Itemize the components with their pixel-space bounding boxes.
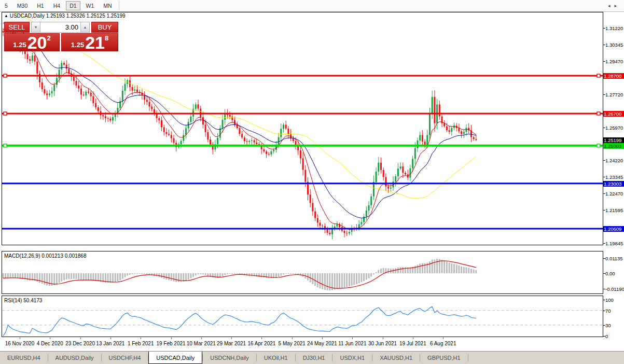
price-tick-label: 1.23345 bbox=[605, 174, 623, 180]
sell-price-base: 1.25 bbox=[13, 41, 26, 49]
chart-title: ▲ USDCAD,Daily 1.25193 1.25326 1.25125 1… bbox=[4, 13, 126, 19]
date-tick-mark bbox=[80, 338, 81, 339]
rsi-tick-label: 0 bbox=[605, 333, 608, 339]
sell-price-quote[interactable]: 1.25 20 2 bbox=[4, 33, 60, 51]
price-tick-label: 1.19845 bbox=[605, 241, 623, 246]
date-label: 30 Jun 2021 bbox=[368, 341, 397, 346]
date-label: 24 May 2021 bbox=[307, 341, 337, 346]
price-tick-label: 1.27720 bbox=[605, 92, 623, 97]
tab-scroll-left-icon[interactable]: ◂ bbox=[608, 3, 615, 8]
timeframe-button-mn[interactable]: MN bbox=[100, 1, 115, 10]
tab-scroll-arrows[interactable]: ◂▸ bbox=[608, 3, 621, 8]
timeframe-button-w1[interactable]: W1 bbox=[82, 1, 98, 10]
date-tick-mark bbox=[292, 338, 293, 339]
chart-tab-eurusd[interactable]: EURUSD,H4 bbox=[0, 352, 48, 364]
price-tick-label: 1.30345 bbox=[605, 42, 623, 48]
date-label: 11 Jun 2021 bbox=[338, 341, 366, 346]
buy-button[interactable]: BUY bbox=[91, 22, 118, 33]
date-label: 10 Mar 2021 bbox=[187, 341, 216, 346]
chart-tab-dj30[interactable]: DJ30,H1 bbox=[296, 352, 332, 364]
date-tick-mark bbox=[352, 338, 353, 339]
timeframe-toolbar: 5M30H1H4D1W1MN bbox=[0, 0, 624, 12]
date-tick-mark bbox=[110, 338, 111, 339]
volume-stepper: ▼ 3.00 ▲ bbox=[31, 22, 90, 33]
date-label: 4 Dec 2020 bbox=[37, 341, 63, 346]
timeframe-button-m30[interactable]: M30 bbox=[13, 1, 31, 10]
price-tick-label: 1.24220 bbox=[605, 158, 623, 163]
chart-tab-ukoil[interactable]: UKOil,H1 bbox=[257, 352, 295, 364]
volume-decrease-button[interactable]: ▼ bbox=[32, 22, 40, 32]
tab-separator bbox=[468, 354, 468, 361]
macd-tick-label: 0.01135 bbox=[605, 256, 623, 261]
volume-increase-button[interactable]: ▲ bbox=[80, 22, 89, 32]
date-label: 16 Nov 2020 bbox=[5, 341, 35, 346]
chart-tab-audusd[interactable]: AUDUSD,Daily bbox=[48, 352, 101, 364]
chart-tab-gbpusd[interactable]: GBPUSD,H1 bbox=[420, 352, 468, 364]
timeframe-button-h1[interactable]: H1 bbox=[33, 1, 47, 10]
date-tick-mark bbox=[231, 338, 232, 339]
date-label: 16 Apr 2021 bbox=[247, 341, 275, 346]
sell-button[interactable]: SELL bbox=[4, 22, 30, 33]
date-tick-mark bbox=[413, 338, 413, 339]
level-price-tag: 1.23003 bbox=[603, 181, 624, 187]
chart-tab-bar: EURUSD,H4AUDUSD,DailyUSDCHF,H4USDCAD,Dai… bbox=[0, 351, 624, 364]
date-tick-mark bbox=[322, 338, 323, 339]
rsi-tick-label: 100 bbox=[605, 297, 614, 303]
date-tick-mark bbox=[171, 338, 172, 339]
date-label: 5 May 2021 bbox=[279, 341, 306, 346]
chart-tab-usdcnh[interactable]: USDCNH,Daily bbox=[203, 352, 256, 364]
date-label: 1 Feb 2021 bbox=[128, 341, 154, 346]
date-label: 29 Mar 2021 bbox=[217, 341, 246, 346]
sell-price-pips: 20 bbox=[27, 35, 47, 50]
timeframe-button-h4[interactable]: H4 bbox=[50, 1, 64, 10]
macd-tick-label: 0.00 bbox=[605, 271, 615, 276]
bid-price-tag: 1.25199 bbox=[603, 137, 624, 143]
rsi-label: RSI(14) 50.4173 bbox=[4, 298, 42, 303]
sell-price-point: 2 bbox=[47, 34, 50, 42]
price-tick-label: 1.21595 bbox=[605, 207, 623, 213]
rsi-tick-label: 70 bbox=[605, 308, 611, 314]
timeframe-button-5[interactable]: 5 bbox=[1, 1, 11, 10]
level-price-tag: 1.28700 bbox=[603, 73, 624, 79]
date-tick-mark bbox=[261, 338, 262, 339]
chart-symbol: USDCAD,Daily bbox=[10, 13, 45, 19]
date-label: 19 Feb 2021 bbox=[156, 341, 185, 346]
date-label: 23 Dec 2020 bbox=[65, 341, 95, 346]
toolbar-separator bbox=[119, 1, 119, 10]
chart-tab-usdchf[interactable]: USDCHF,H4 bbox=[102, 352, 148, 364]
date-tick-mark bbox=[443, 338, 443, 339]
macd-tick-label: -0.01190 bbox=[605, 286, 624, 292]
date-tick-mark bbox=[141, 338, 141, 339]
date-tick-mark bbox=[50, 338, 50, 339]
date-tick-mark bbox=[383, 338, 383, 339]
chart-marker-icon: ▲ bbox=[4, 13, 8, 18]
date-axis: 16 Nov 20204 Dec 202023 Dec 202013 Jan 2… bbox=[2, 338, 603, 350]
buy-price-pips: 21 bbox=[85, 35, 105, 50]
one-click-trade-panel: SELL ▼ 3.00 ▲ BUY 1.25 20 2 1.25 21 8 bbox=[4, 22, 118, 51]
date-label: 19 Jul 2021 bbox=[399, 341, 426, 346]
price-tick-label: 1.22470 bbox=[605, 191, 623, 197]
price-tick-label: 1.29470 bbox=[605, 59, 623, 64]
price-tick-label: 1.31220 bbox=[605, 25, 623, 31]
level-price-tag: 1.25003 bbox=[603, 143, 624, 149]
rsi-chart bbox=[2, 296, 603, 337]
chart-tab-usdx[interactable]: USDX,H1 bbox=[332, 352, 372, 364]
date-tick-mark bbox=[201, 338, 202, 339]
chart-tab-usdcad[interactable]: USDCAD,Daily bbox=[148, 352, 202, 364]
chart-tab-xauusd[interactable]: XAUUSD,H1 bbox=[372, 352, 420, 364]
platform-window: 5M30H1H4D1W1MN ▲ USDCAD,Daily 1.25193 1.… bbox=[0, 0, 624, 364]
buy-price-point: 8 bbox=[105, 34, 108, 42]
timeframe-button-d1[interactable]: D1 bbox=[66, 1, 80, 10]
level-price-tag: 1.26700 bbox=[603, 111, 624, 117]
date-label: 13 Jan 2021 bbox=[96, 341, 124, 346]
tab-scroll-right-icon[interactable]: ▸ bbox=[614, 3, 621, 8]
rsi-tick-label: 30 bbox=[605, 323, 611, 328]
level-price-tag: 1.20609 bbox=[603, 226, 624, 232]
date-label: 6 Aug 2021 bbox=[430, 341, 456, 346]
volume-input[interactable]: 3.00 bbox=[40, 22, 80, 32]
date-tick-mark bbox=[20, 338, 20, 339]
buy-price-quote[interactable]: 1.25 21 8 bbox=[61, 33, 118, 51]
buy-price-base: 1.25 bbox=[71, 41, 84, 49]
macd-chart bbox=[2, 251, 603, 293]
chart-ohlc: 1.25193 1.25326 1.25125 1.25199 bbox=[46, 13, 126, 19]
